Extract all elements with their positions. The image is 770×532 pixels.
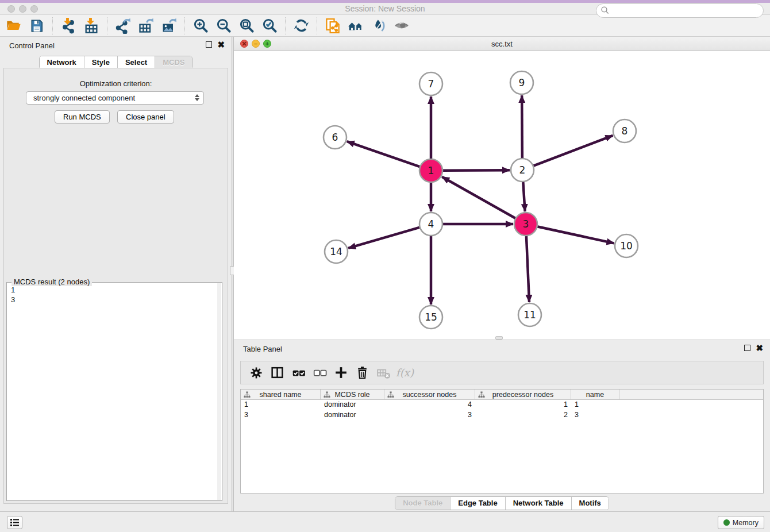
graph-node-4[interactable]: 4 <box>419 213 442 236</box>
graph-edge-3-11[interactable] <box>526 236 529 302</box>
tab-style[interactable]: Style <box>84 56 117 69</box>
tab-select[interactable]: Select <box>117 56 155 69</box>
svg-text:10: 10 <box>620 240 633 252</box>
criterion-value: strongly connected component <box>33 94 135 102</box>
graph-node-7[interactable]: 7 <box>419 72 442 95</box>
table-row[interactable]: 3dominator323 <box>241 410 763 421</box>
svg-text:6: 6 <box>332 132 338 143</box>
gear-icon[interactable] <box>245 363 267 383</box>
column-header-predecessor-nodes[interactable]: predecessor nodes <box>475 390 571 399</box>
import-network-icon[interactable] <box>57 16 80 36</box>
graph-node-2[interactable]: 2 <box>511 159 534 182</box>
network-window-title: scc.txt <box>234 40 770 48</box>
control-panel: Control Panel ✖ NetworkStyleSelectMCDS O… <box>0 37 232 511</box>
search-input[interactable] <box>596 3 764 18</box>
control-panel-title: Control Panel <box>9 41 55 50</box>
tab-edge-table[interactable]: Edge Table <box>450 497 505 510</box>
table-cell[interactable]: dominator <box>321 400 384 410</box>
show-graphics-icon[interactable] <box>390 16 413 36</box>
svg-text:1: 1 <box>428 165 434 176</box>
save-session-icon[interactable] <box>25 16 48 36</box>
table-row[interactable]: 1dominator411 <box>241 400 763 410</box>
graph-node-11[interactable]: 11 <box>518 303 541 326</box>
graph-node-1[interactable]: 1 <box>419 159 442 182</box>
table-cell[interactable]: dominator <box>321 410 384 421</box>
run-mcds-button[interactable]: Run MCDS <box>55 110 110 124</box>
close-panel-button[interactable]: Close panel <box>117 110 174 124</box>
svg-text:4: 4 <box>428 218 434 230</box>
column-header-MCDS-role[interactable]: MCDS role <box>321 390 384 399</box>
close-panel-icon[interactable]: ✖ <box>217 41 225 48</box>
graph-node-8[interactable]: 8 <box>613 119 636 142</box>
criterion-dropdown[interactable]: strongly connected component <box>26 91 204 105</box>
graph-edge-4-14[interactable] <box>348 228 420 248</box>
network-canvas[interactable]: 7968124314101511 <box>234 51 770 340</box>
zoom-fit-icon[interactable] <box>235 16 258 36</box>
graph-node-14[interactable]: 14 <box>325 240 348 263</box>
svg-text:15: 15 <box>425 311 437 323</box>
graph-edge-3-1[interactable] <box>442 177 515 218</box>
graph-node-6[interactable]: 6 <box>324 126 346 149</box>
column-label: successor nodes <box>403 391 457 399</box>
network-window-titlebar[interactable]: ✕ – + scc.txt <box>234 37 770 51</box>
svg-text:11: 11 <box>523 309 536 321</box>
graph-node-3[interactable]: 3 <box>514 213 537 236</box>
zoom-in-icon[interactable] <box>189 16 212 36</box>
table-cell[interactable]: 2 <box>475 410 571 421</box>
style-details-icon[interactable] <box>367 16 390 36</box>
column-header-successor-nodes[interactable]: successor nodes <box>384 390 475 399</box>
deselect-all-icon[interactable] <box>309 363 330 383</box>
table-cell[interactable]: 1 <box>571 400 619 410</box>
graph-edge-1-2[interactable] <box>442 170 510 171</box>
tab-node-table[interactable]: Node Table <box>395 497 450 510</box>
table-cell[interactable]: 1 <box>475 400 571 410</box>
zoom-out-icon[interactable] <box>212 16 235 36</box>
task-history-button[interactable] <box>7 516 22 529</box>
graph-edge-2-3[interactable] <box>523 182 525 211</box>
open-session-icon[interactable] <box>2 16 25 36</box>
float-table-panel-icon[interactable] <box>744 345 750 351</box>
float-panel-icon[interactable] <box>206 41 212 48</box>
import-table-icon[interactable] <box>80 16 103 36</box>
graph-edge-2-9[interactable] <box>522 95 522 159</box>
select-all-icon[interactable] <box>288 363 309 383</box>
mcds-result-item[interactable]: 3 <box>7 295 217 304</box>
export-image-icon[interactable] <box>157 16 180 36</box>
graph-edge-1-6[interactable] <box>347 141 420 167</box>
memory-button[interactable]: Memory <box>718 516 764 529</box>
window-accent-strip <box>0 0 770 3</box>
table-cell[interactable]: 3 <box>571 410 619 421</box>
table-panel: Table Panel ✖ f(x) shared nameMCDS roles… <box>234 340 770 511</box>
add-column-icon[interactable] <box>330 363 352 383</box>
close-table-panel-icon[interactable]: ✖ <box>756 345 763 351</box>
column-visibility-icon[interactable] <box>267 363 288 383</box>
graph-node-10[interactable]: 10 <box>615 234 638 257</box>
tab-motifs[interactable]: Motifs <box>571 497 609 510</box>
home-icon[interactable] <box>344 16 367 36</box>
clone-network-icon[interactable] <box>321 16 344 36</box>
tab-network[interactable]: Network <box>40 56 84 69</box>
table-cell[interactable]: 4 <box>384 400 475 410</box>
tab-mcds[interactable]: MCDS <box>155 56 192 69</box>
delete-rows-icon[interactable] <box>352 363 373 383</box>
table-cell[interactable]: 1 <box>241 400 321 410</box>
graph-edge-2-8[interactable] <box>533 136 613 166</box>
graph-node-15[interactable]: 15 <box>419 306 442 329</box>
graph-edge-3-10[interactable] <box>537 226 614 243</box>
mcds-result-scrollbar[interactable] <box>217 283 221 500</box>
mcds-result-item[interactable]: 1 <box>7 285 217 295</box>
zoom-selected-icon[interactable] <box>258 16 281 36</box>
export-table-icon[interactable] <box>134 16 157 36</box>
mcds-result-list[interactable]: 13 <box>7 285 217 500</box>
export-network-icon[interactable] <box>111 16 134 36</box>
table-cell[interactable]: 3 <box>241 410 321 421</box>
table-tabs: Node TableEdge TableNetwork TableMotifs <box>395 496 609 510</box>
table-cell[interactable]: 3 <box>384 410 475 421</box>
graph-node-9[interactable]: 9 <box>510 71 533 94</box>
column-header-name[interactable]: name <box>571 390 619 399</box>
main-toolbar <box>0 15 770 37</box>
table-body: 1dominator4113dominator323 <box>241 400 763 421</box>
column-header-shared-name[interactable]: shared name <box>241 390 321 399</box>
refresh-icon[interactable] <box>290 16 313 36</box>
tab-network-table[interactable]: Network Table <box>505 497 571 510</box>
